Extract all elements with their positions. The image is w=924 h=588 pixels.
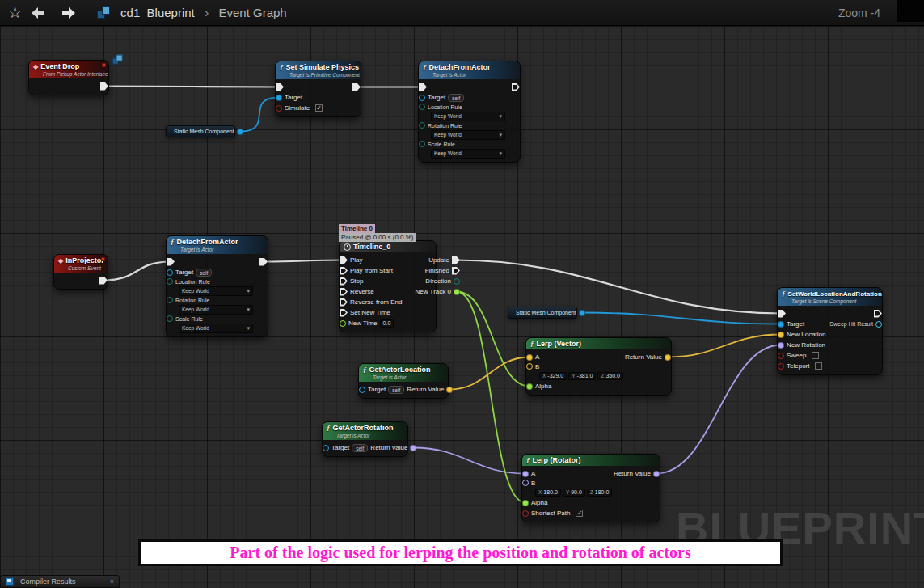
location-rule-dropdown[interactable]: Keep World▾ bbox=[431, 112, 505, 121]
shortest-path-checkbox[interactable]: ✓ bbox=[576, 510, 583, 517]
scale-rule-pin[interactable] bbox=[167, 315, 173, 322]
sweep-pin[interactable] bbox=[778, 353, 784, 359]
direction-pin[interactable] bbox=[454, 278, 460, 285]
return-value-pin[interactable] bbox=[410, 445, 416, 451]
node-timeline-0[interactable]: Timeline_0 Play Play from Start Stop bbox=[339, 240, 437, 332]
self-tag[interactable]: self bbox=[388, 386, 404, 394]
function-icon: ƒ bbox=[280, 63, 284, 71]
node-in-projector[interactable]: ◆InProjector Custom Event bbox=[53, 254, 108, 290]
scale-rule-pin[interactable] bbox=[419, 141, 425, 147]
exec-out-pin[interactable] bbox=[352, 83, 361, 91]
set-new-time-pin[interactable] bbox=[340, 309, 348, 317]
new-location-pin[interactable] bbox=[778, 332, 784, 338]
exec-in-pin[interactable] bbox=[276, 83, 284, 91]
location-rule-dropdown[interactable]: Keep World▾ bbox=[179, 286, 253, 296]
target-pin[interactable] bbox=[778, 321, 784, 328]
target-pin[interactable] bbox=[323, 445, 329, 451]
b-x-value[interactable]: X-329.0 bbox=[539, 372, 567, 380]
b-pin[interactable] bbox=[522, 480, 529, 486]
target-pin[interactable] bbox=[359, 387, 365, 393]
new-time-pin[interactable] bbox=[340, 320, 346, 327]
self-tag[interactable]: self bbox=[448, 94, 464, 102]
exec-out-pin[interactable] bbox=[512, 83, 520, 91]
breadcrumb-graph-name[interactable]: Event Graph bbox=[218, 6, 286, 19]
node-event-drop[interactable]: ◆Event Drop From Pickup Actor Interface bbox=[28, 60, 109, 95]
event-graph-canvas[interactable]: BLUEPRINT ◆Event Drop From Pickup Actor … bbox=[0, 26, 924, 588]
node-static-mesh-component-1[interactable]: Static Mesh Component bbox=[166, 125, 235, 137]
node-detach-from-actor-top[interactable]: ƒDetachFromActor Target is Actor Target … bbox=[418, 61, 521, 163]
node-set-simulate-physics[interactable]: ƒSet Simulate Physics Target is Primitiv… bbox=[275, 61, 361, 117]
node-detach-from-actor-mid[interactable]: ƒDetachFromActor Target is Actor Target … bbox=[166, 235, 268, 337]
self-tag[interactable]: self bbox=[196, 269, 212, 277]
reverse-from-end-pin[interactable] bbox=[340, 298, 348, 307]
play-pin[interactable] bbox=[340, 256, 348, 264]
teleport-checkbox[interactable] bbox=[815, 362, 822, 370]
return-value-pin[interactable] bbox=[653, 471, 660, 477]
sweep-hit-result-pin[interactable] bbox=[875, 321, 882, 328]
exec-in-pin[interactable] bbox=[419, 83, 427, 91]
update-pin[interactable] bbox=[452, 256, 460, 264]
b-y-value[interactable]: Y-381.0 bbox=[568, 372, 596, 380]
play-from-start-pin[interactable] bbox=[340, 267, 348, 275]
rotation-rule-dropdown[interactable]: Keep World▾ bbox=[431, 130, 505, 140]
variable-out-pin[interactable] bbox=[579, 310, 585, 316]
simulate-checkbox[interactable]: ✓ bbox=[315, 104, 323, 112]
scale-rule-dropdown[interactable]: Keep World▾ bbox=[431, 149, 505, 159]
scale-rule-dropdown[interactable]: Keep World▾ bbox=[179, 324, 253, 333]
node-lerp-rotator[interactable]: ƒLerp (Rotator) A Return Value B bbox=[521, 454, 660, 522]
compiler-results-tab[interactable]: Compiler Results × bbox=[0, 575, 120, 588]
rotation-rule-pin[interactable] bbox=[167, 297, 173, 303]
pin-row: New Time 0.0 bbox=[340, 318, 408, 328]
reverse-pin[interactable] bbox=[340, 288, 348, 296]
return-value-pin[interactable] bbox=[665, 354, 671, 361]
rotation-rule-pin[interactable] bbox=[419, 122, 425, 129]
b-z-value[interactable]: Z350.0 bbox=[597, 372, 623, 380]
target-pin[interactable] bbox=[419, 95, 425, 101]
alpha-pin[interactable] bbox=[522, 500, 529, 506]
comment-banner[interactable]: Part of the logic used for lerping the p… bbox=[138, 539, 783, 566]
exec-out-pin[interactable] bbox=[874, 310, 882, 318]
b-x-value[interactable]: X180.0 bbox=[535, 489, 561, 497]
teleport-pin[interactable] bbox=[778, 363, 784, 370]
close-icon[interactable]: × bbox=[110, 577, 114, 586]
b-y-value[interactable]: Y90.0 bbox=[563, 489, 585, 497]
node-lerp-vector[interactable]: ƒLerp (Vector) A Return Value B bbox=[525, 337, 672, 396]
target-pin[interactable] bbox=[167, 269, 173, 276]
a-pin[interactable] bbox=[522, 471, 529, 477]
a-pin[interactable] bbox=[526, 354, 533, 361]
location-rule-pin[interactable] bbox=[419, 104, 425, 110]
new-track-pin[interactable] bbox=[454, 289, 460, 295]
return-value-pin[interactable] bbox=[446, 387, 453, 393]
b-z-value[interactable]: Z180.0 bbox=[587, 489, 613, 497]
node-set-world-location-and-rotation[interactable]: ƒSetWorldLocationAndRotation Target is S… bbox=[777, 287, 883, 375]
forward-arrow-icon[interactable] bbox=[57, 6, 77, 20]
back-arrow-icon[interactable] bbox=[30, 6, 49, 20]
alpha-pin[interactable] bbox=[526, 383, 533, 390]
y-label: Y bbox=[566, 489, 569, 495]
self-tag[interactable]: self bbox=[352, 444, 368, 452]
simulate-pin[interactable] bbox=[276, 105, 282, 112]
finished-pin[interactable] bbox=[452, 267, 460, 275]
node-static-mesh-component-2[interactable]: Static Mesh Component bbox=[508, 307, 577, 319]
exec-out-pin[interactable] bbox=[99, 277, 108, 285]
b-pin[interactable] bbox=[526, 363, 533, 370]
target-pin[interactable] bbox=[276, 95, 282, 101]
favorite-star-icon[interactable]: ☆ bbox=[8, 5, 22, 20]
node-get-actor-rotation[interactable]: ƒGetActorRotation Target is Actor Target… bbox=[322, 421, 408, 457]
exec-in-pin[interactable] bbox=[778, 310, 786, 318]
stop-pin[interactable] bbox=[340, 277, 348, 286]
new-rotation-pin[interactable] bbox=[778, 342, 784, 349]
new-time-value[interactable]: 0.0 bbox=[380, 319, 394, 328]
variable-out-pin[interactable] bbox=[237, 129, 243, 135]
dropdown-value: Keep World bbox=[434, 150, 462, 156]
pin-row: Direction bbox=[408, 276, 459, 286]
exec-out-pin[interactable] bbox=[259, 258, 268, 266]
rotation-rule-dropdown[interactable]: Keep World▾ bbox=[179, 305, 253, 315]
sweep-checkbox[interactable] bbox=[812, 352, 819, 359]
exec-out-pin[interactable] bbox=[100, 82, 108, 91]
location-rule-pin[interactable] bbox=[167, 278, 173, 285]
breadcrumb-blueprint-name[interactable]: cd1_Blueprint bbox=[120, 6, 195, 19]
shortest-path-pin[interactable] bbox=[522, 510, 529, 517]
node-get-actor-location[interactable]: ƒGetActorLocation Target is Actor Target… bbox=[358, 363, 449, 399]
exec-in-pin[interactable] bbox=[167, 258, 175, 266]
